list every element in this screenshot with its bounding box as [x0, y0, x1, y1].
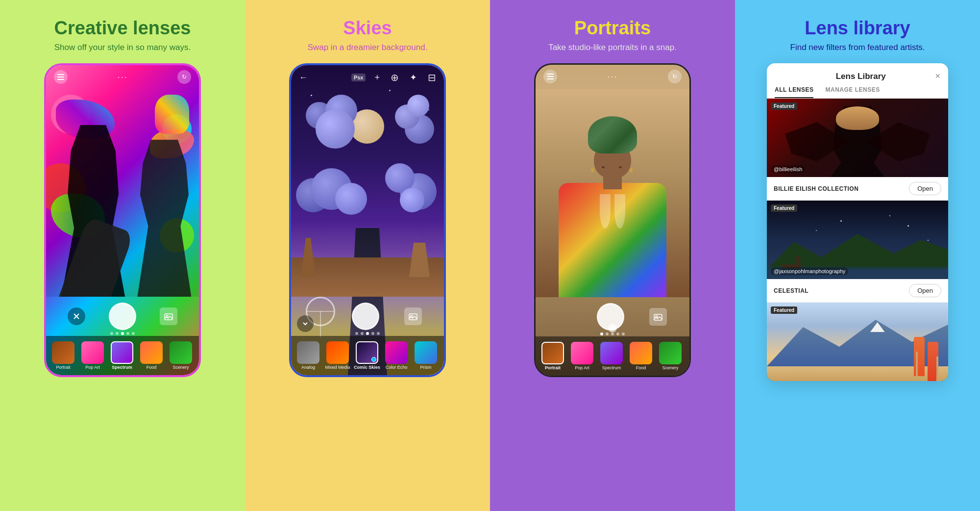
shutter-button[interactable] [109, 303, 136, 330]
filter-item-colorecho[interactable]: Color Echo [383, 341, 410, 370]
dot-5 [132, 332, 135, 335]
phone-1: ··· ↻ [44, 63, 201, 377]
panel-4-title: Lens library [805, 18, 910, 39]
refresh-icon[interactable]: ↻ [177, 70, 191, 84]
celestial-info: CELESTIAL Open [767, 279, 948, 303]
filter-item-portrait[interactable]: Portrait [50, 341, 76, 370]
collection-celestial: Featured @jaxsonpohlmanphotography CELES… [767, 201, 948, 303]
record-icon[interactable]: ⊕ [389, 70, 401, 85]
dot-3-1 [600, 332, 603, 335]
hoodie [559, 183, 666, 297]
dot-1 [110, 332, 113, 335]
filter-thumb-scenery [170, 341, 192, 364]
menu-icon-3[interactable] [543, 70, 557, 83]
filter-thumb-analog [297, 341, 319, 364]
filter-thumb-prism [415, 341, 437, 364]
filter-strip-3[interactable]: Portrait Pop Art Spectrum Food [536, 336, 689, 376]
lens-library-card: Lens Library × ALL LENSES MANAGE LENSES [767, 63, 948, 381]
menu-icon[interactable] [54, 70, 68, 84]
lens-tabs: ALL LENSES MANAGE LENSES [767, 81, 948, 99]
panel-lens-library: Lens library Find new filters from featu… [735, 0, 980, 511]
lens-close-button[interactable]: × [935, 71, 940, 81]
eye-right [619, 166, 622, 168]
dot-4 [126, 332, 129, 335]
billie-eilish-open-button[interactable]: Open [909, 182, 941, 195]
more-options-icon-3[interactable]: ··· [607, 72, 617, 82]
cancel-button[interactable] [68, 307, 85, 325]
svg-rect-2 [57, 79, 64, 80]
filter-item-portrait-3[interactable]: Portrait [539, 342, 566, 370]
sliders-icon[interactable]: ⊟ [426, 70, 438, 85]
billie-face [836, 106, 880, 130]
filter-thumb-food [140, 341, 163, 364]
filter-thumb-food-3 [630, 342, 652, 364]
filter-strip-2[interactable]: Analog Mixed Media Comic Skies [291, 336, 444, 375]
phone-2-camera-controls [291, 297, 444, 336]
filter-label-popart: Pop Art [85, 365, 100, 370]
filter-item-comicskies[interactable]: Comic Skies [354, 341, 380, 370]
dot-2-3 [366, 332, 369, 335]
filter-item-mixedmedia[interactable]: Mixed Media [324, 341, 351, 370]
instagram-1: @billieeilish [771, 165, 805, 173]
psx-icon[interactable]: Psx [351, 74, 366, 81]
filter-strip-1[interactable]: Portrait Pop Art Spectrum Food [46, 336, 199, 375]
dot-2-1 [355, 332, 358, 335]
panel-creative-lenses: Creative lenses Show off your style in s… [0, 0, 245, 511]
filter-item-food-3[interactable]: Food [628, 342, 654, 370]
cstar-6 [928, 240, 929, 241]
popsicle-group [914, 332, 938, 381]
filter-item-popart[interactable]: Pop Art [79, 341, 106, 370]
dot-2-5 [377, 332, 380, 335]
billie-eilish-image: Featured @billieeilish [767, 99, 948, 177]
lens-library-header: Lens Library × [767, 63, 948, 81]
refresh-icon-3[interactable]: ↻ [668, 70, 682, 83]
filter-item-scenery-3[interactable]: Scenery [657, 342, 684, 370]
panel-2-subtitle: Swap in a dreamier background. [308, 43, 428, 52]
svg-rect-11 [547, 78, 554, 79]
phone-3: ··· ↻ [534, 63, 691, 377]
tab-all-lenses[interactable]: ALL LENSES [775, 86, 813, 98]
filter-item-food[interactable]: Food [138, 341, 165, 370]
billie-eilish-info: BILLIE EILISH COLLECTION Open [767, 177, 948, 201]
panel-3-title: Portraits [574, 18, 651, 39]
filter-thumb-popart [81, 341, 104, 364]
filter-thumb-comicskies [356, 341, 378, 364]
gallery-button-3[interactable] [649, 308, 667, 326]
filter-label-mixedmedia: Mixed Media [325, 365, 350, 370]
star-3 [389, 90, 391, 91]
celestial-open-button[interactable]: Open [909, 284, 941, 297]
filter-thumb-spectrum-3 [600, 342, 623, 364]
popsicle-stick-1 [936, 357, 938, 381]
filter-item-analog[interactable]: Analog [295, 341, 321, 370]
cloud-ball-3 [316, 109, 355, 149]
gallery-button-2[interactable] [404, 307, 422, 325]
more-options-icon[interactable]: ··· [117, 72, 127, 82]
filter-item-spectrum-3[interactable]: Spectrum [598, 342, 625, 370]
tab-manage-lenses[interactable]: MANAGE LENSES [825, 86, 880, 98]
svg-rect-12 [654, 314, 662, 320]
dot-3-4 [616, 332, 619, 335]
filter-item-popart-3[interactable]: Pop Art [569, 342, 595, 370]
filter-item-art[interactable]: Art [197, 341, 199, 370]
magic-wand-icon[interactable]: ✦ [408, 70, 419, 85]
back-button[interactable]: ← [297, 71, 310, 85]
shutter-button-2[interactable] [352, 303, 379, 330]
filter-label-prism: Prism [420, 365, 432, 370]
phone-2: ← Psx + ⊕ ✦ ⊟ [289, 63, 446, 377]
pagination-dots-3 [536, 332, 689, 335]
filter-label-scenery-3: Scenery [662, 365, 678, 370]
toolbar-right-icons: Psx + ⊕ ✦ ⊟ [351, 70, 438, 85]
filter-item-spectrum[interactable]: Spectrum [109, 341, 135, 370]
filter-item-scenery[interactable]: Scenery [168, 341, 194, 370]
filter-item-prism[interactable]: Prism [413, 341, 439, 370]
shutter-button-3[interactable] [597, 303, 624, 331]
earring-left [591, 168, 594, 173]
dot-2 [116, 332, 119, 335]
filter-label-food: Food [147, 365, 157, 370]
phone-1-camera-controls [46, 297, 199, 336]
gallery-button[interactable] [160, 307, 177, 325]
star-1 [311, 95, 312, 96]
filter-label-spectrum-3: Spectrum [602, 365, 621, 370]
add-icon[interactable]: + [372, 71, 382, 85]
celestial-image: Featured @jaxsonpohlmanphotography [767, 201, 948, 279]
